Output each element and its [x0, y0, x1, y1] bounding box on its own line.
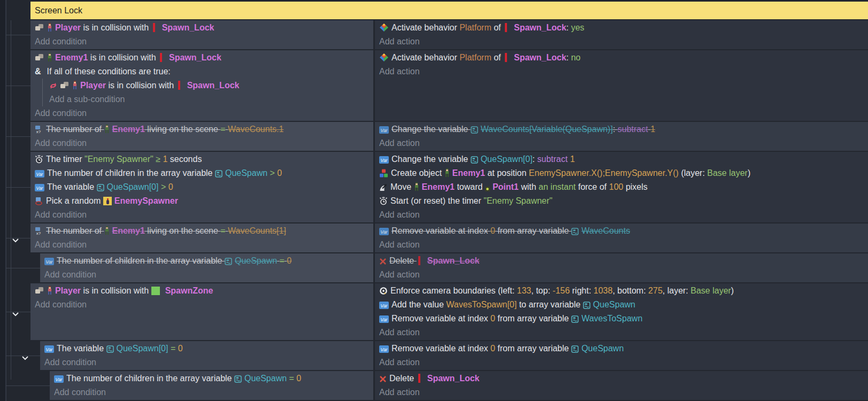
add-action-link[interactable]: Add action — [379, 326, 865, 340]
add-action-link[interactable]: Add action — [379, 65, 865, 79]
add-condition-link[interactable]: Add condition — [44, 268, 370, 282]
behavior-icon — [379, 23, 389, 32]
condition-line[interactable]: VarThe variable QueSpawn[0] > 0 — [35, 180, 370, 194]
text-segment: subtract — [618, 125, 648, 134]
event-row[interactable]: VarThe number of children in the array v… — [50, 371, 868, 400]
action-line[interactable]: VarChange the variable QueSpawn[0]: subt… — [379, 152, 865, 166]
collapse-chevron-icon[interactable] — [12, 235, 19, 240]
event-row[interactable]: VarThe number of children in the array v… — [40, 253, 868, 282]
add-action-link[interactable]: Add action — [379, 208, 865, 222]
add-condition-link[interactable]: Add condition — [35, 208, 370, 222]
event-row[interactable]: Player is in collision with SpawnZoneAdd… — [30, 283, 868, 340]
action-line[interactable]: VarAdd the value WavesToSpawn[0] to arra… — [379, 298, 865, 312]
add-condition-link[interactable]: Add condition — [44, 356, 370, 369]
action-line[interactable]: VarRemove variable at index 0 from array… — [379, 312, 865, 326]
text-segment: from array variable — [495, 226, 571, 235]
event-row[interactable]: x?The number of Enemy1 living on the sce… — [30, 122, 868, 151]
condition-line[interactable]: Player is in collision with Spawn_Lock — [35, 21, 370, 35]
condition-line[interactable]: x?The number of Enemy1 living on the sce… — [35, 224, 370, 238]
condition-line[interactable]: Enemy1 is in collision with Spawn_Lock — [35, 51, 370, 65]
event-row[interactable]: x?The number of Enemy1 living on the sce… — [30, 223, 868, 252]
text-segment: Player — [55, 23, 81, 32]
condition-line[interactable]: VarThe number of children in the array v… — [54, 372, 370, 385]
text-segment: QueSpawn[0] — [107, 182, 159, 191]
action-line[interactable]: Delete Spawn_Lock — [379, 254, 865, 268]
condition-line[interactable]: VarThe variable QueSpawn[0] = 0 — [44, 342, 370, 356]
action-line[interactable]: Start (or reset) the timer "Enemy Spawne… — [379, 194, 865, 208]
condition-line[interactable]: x?The number of Enemy1 living on the sce… — [35, 122, 370, 136]
condition-line[interactable]: Player is in collision with SpawnZone — [35, 284, 370, 298]
conditions-panel: Enemy1 is in collision with Spawn_Lock&I… — [30, 50, 373, 121]
add-condition-link[interactable]: Add condition — [35, 136, 370, 150]
delete-icon — [379, 258, 387, 265]
add-condition-link[interactable]: Add condition — [54, 385, 370, 399]
add-condition-link[interactable]: Add a sub-condition — [42, 92, 370, 106]
add-condition-link[interactable]: Add condition — [35, 35, 370, 49]
svg-text:Var: Var — [381, 317, 388, 322]
collapse-chevron-icon[interactable] — [12, 309, 19, 314]
svg-text:Var: Var — [381, 347, 388, 352]
var-icon: Var — [35, 184, 44, 191]
condition-line[interactable]: The timer "Enemy Spawner" ≥ 1 seconds — [35, 152, 370, 166]
text-segment: = — [220, 226, 225, 235]
condition-line[interactable]: &If all of these conditions are true: — [35, 65, 370, 79]
event-row[interactable]: Player is in collision with Spawn_LockAd… — [30, 20, 868, 49]
condition-line[interactable]: Pick a random EnemySpawner — [35, 194, 370, 208]
text-segment: The number of children in the array vari… — [57, 256, 225, 265]
text-segment: 0 — [490, 344, 495, 353]
action-line[interactable]: Activate behavior Platform of Spawn_Lock… — [379, 21, 865, 35]
text-segment: Spawn_Lock — [162, 23, 214, 32]
condition-line[interactable]: VarThe number of children in the array v… — [44, 254, 370, 268]
condition-line[interactable]: VarThe number of children in the array v… — [35, 166, 370, 180]
text-segment: Base layer — [690, 286, 731, 295]
add-condition-link[interactable]: Add condition — [35, 298, 370, 312]
collision-icon — [60, 81, 70, 90]
actions-panel: Enforce camera boundaries (left: 133, to… — [375, 283, 868, 340]
text-segment: Spawn_Lock — [427, 256, 480, 265]
collapse-chevron-icon[interactable] — [21, 353, 29, 358]
add-condition-link[interactable]: Add condition — [35, 238, 370, 252]
text-segment: , bottom: — [612, 286, 648, 295]
text-segment: > — [270, 168, 275, 178]
add-action-link[interactable]: Add action — [379, 268, 865, 282]
var-icon: Var — [379, 156, 389, 164]
condition-line[interactable]: Player is in collision with Spawn_Lock — [42, 79, 370, 92]
action-line[interactable]: Delete Spawn_Lock — [379, 372, 865, 385]
add-action-link[interactable]: Add action — [379, 356, 865, 369]
event-row[interactable]: The timer "Enemy Spawner" ≥ 1 secondsVar… — [30, 152, 868, 222]
text-segment: of — [491, 23, 503, 32]
text-segment: Remove variable at index — [391, 314, 490, 323]
text-segment: : — [566, 23, 571, 32]
text-segment: from array variable — [495, 314, 571, 323]
actions-panel: Delete Spawn_LockAdd action — [375, 253, 868, 282]
array-var-icon — [225, 258, 232, 265]
add-action-link[interactable]: Add action — [379, 238, 865, 252]
text-segment: 1038 — [594, 286, 613, 295]
action-line[interactable]: Create object Enemy1 at position EnemySp… — [379, 166, 865, 180]
text-segment: The number of — [46, 226, 104, 235]
collision-icon — [35, 24, 44, 32]
action-line[interactable]: Enforce camera boundaries (left: 133, to… — [379, 284, 865, 298]
add-action-link[interactable]: Add action — [379, 35, 865, 49]
event-row[interactable]: VarThe variable QueSpawn[0] = 0Add condi… — [40, 341, 868, 370]
timer-icon — [35, 155, 43, 164]
add-action-link[interactable]: Add action — [379, 136, 865, 150]
action-line[interactable]: VarRemove variable at index 0 from array… — [379, 342, 865, 356]
text-segment: WavesToSpawn — [581, 314, 642, 323]
conditions-panel: Player is in collision with SpawnZoneAdd… — [30, 283, 373, 340]
text-segment: Enemy1 — [112, 226, 145, 235]
array-var-icon — [234, 375, 242, 383]
behavior-icon — [379, 53, 389, 62]
zone-obj-icon — [151, 284, 163, 298]
text-segment: = — [289, 374, 294, 383]
add-action-link[interactable]: Add action — [379, 385, 865, 399]
action-line[interactable]: Move Enemy1 toward Point1 with an instan… — [379, 180, 865, 194]
action-line[interactable]: Activate behavior Platform of Spawn_Lock… — [379, 51, 865, 65]
comment-row[interactable]: Screen Lock — [30, 2, 868, 19]
event-row[interactable]: Enemy1 is in collision with Spawn_Lock&I… — [30, 50, 868, 121]
add-condition-link[interactable]: Add condition — [35, 106, 370, 120]
text-segment: QueSpawn[0] — [117, 344, 168, 353]
text-segment: 0 — [277, 168, 282, 178]
action-line[interactable]: VarRemove variable at index 0 from array… — [379, 224, 865, 238]
action-line[interactable]: VarChange the variable WaveCounts[Variab… — [379, 122, 865, 136]
